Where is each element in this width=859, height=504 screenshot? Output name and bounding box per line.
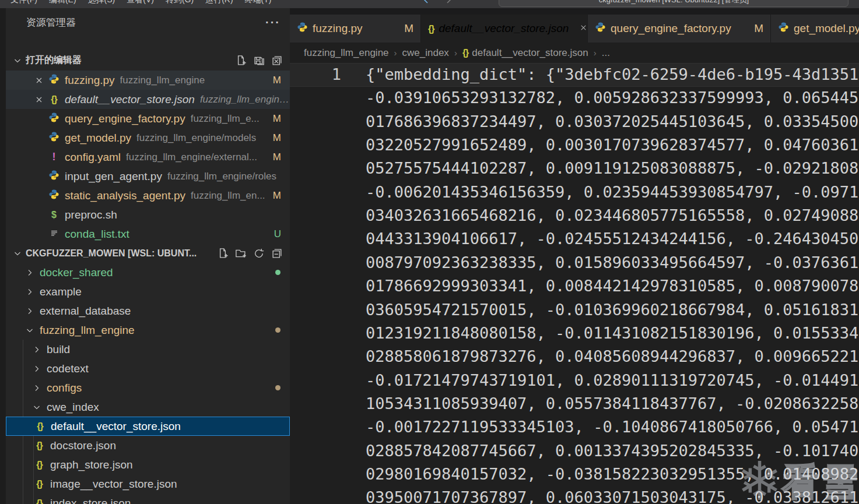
chevron-right-icon [25,306,34,316]
refresh-icon[interactable] [253,248,265,259]
tree-folder-item[interactable]: docker_shared [6,263,290,282]
code-line[interactable]: 01786692999303341, 0.008442142978310585,… [366,274,859,298]
tree-folder-item[interactable]: cwe_index [6,397,290,417]
menu-item-2[interactable]: 选择(S) [83,0,120,8]
menu-item-1[interactable]: 编辑(E) [44,0,81,8]
project-section-label: CKGFUZZER_MOWEN [WSL: UBUNT... [26,248,197,259]
python-file-icon [297,23,308,35]
tree-item-label: image__vector_store.json [50,478,177,491]
close-tab[interactable] [573,22,588,35]
code-line[interactable]: -0.006201435346156359, 0.023594453930854… [366,181,859,204]
save-all-icon[interactable] [253,55,265,66]
code-line[interactable]: 028858061879873276, 0.04085608944296837,… [366,345,859,368]
editor-group: fuzzing.pyM{}default__vector_store.jsonq… [290,8,859,504]
tab-get-model-py[interactable]: get_model.pyM [771,15,859,43]
window-title: ckgfuzzer_mowen [WSL: Ubuntu22] [管理员] [599,0,749,5]
open-editor-item[interactable]: !config.yamlfuzzing_llm_engine/external.… [6,147,290,167]
tree-folder-item[interactable]: configs [6,378,290,397]
tree-folder-item[interactable]: fuzzing_llm_engine [6,320,290,340]
tree-folder-item[interactable]: example [6,282,290,301]
tree-item-label: docker_shared [40,266,113,279]
menu-item-5[interactable]: 运行(R) [201,0,237,8]
tree-folder-item[interactable]: codetext [6,359,290,378]
file-name: conda_list.txt [65,228,129,241]
close-tab-icon[interactable] [579,22,588,34]
new-folder-icon[interactable] [235,248,247,259]
tree-file-item[interactable]: {}docstore.json [6,436,290,455]
chevron-down-icon [25,326,34,335]
tree-file-item[interactable]: {}image__vector_store.json [6,474,290,494]
history-back-icon[interactable] [422,0,431,5]
code-line[interactable]: 03220527991652489, 0.0030170739628374577… [366,133,859,157]
command-center[interactable]: ckgfuzzer_mowen [WSL: Ubuntu22] [管理员] [499,0,849,7]
code-line[interactable]: -0.01721479743719101, 0.0289011131972074… [366,369,859,392]
open-editor-item[interactable]: $preproc.sh [6,205,290,224]
file-path: fuzzing_llm_e... [191,113,260,125]
more-actions-icon[interactable]: ··· [265,16,281,29]
open-editor-item[interactable]: fuzzing.pyfuzzing_llm_engineM [6,71,290,90]
chevron-right-icon [32,383,41,393]
tab-label: fuzzing.py [313,22,363,35]
open-editor-item[interactable]: input_gen_agent.pyfuzzing_llm_engine/rol… [6,167,290,186]
tree-folder-item[interactable]: external_database [6,301,290,320]
menu-item-3[interactable]: 查看(V) [122,0,159,8]
menu-item-6[interactable]: 终端(T) [240,0,276,8]
python-file-icon [48,131,59,145]
breadcrumb-item[interactable]: {}default__vector_store.json [462,47,588,59]
tab-default-vector-store-json[interactable]: {}default__vector_store.json [421,15,588,43]
menu-item-0[interactable]: 文件(F) [6,0,42,8]
collapse-all-icon[interactable] [271,248,283,259]
editor-content[interactable]: 1{"embedding_dict": {"3debfc02-6259-4de6… [290,63,859,504]
text-file-icon [50,228,59,241]
close-all-icon[interactable] [271,55,283,66]
code-line[interactable]: 008797092363238335, 0.015896033495664597… [366,251,859,274]
code-line[interactable]: 012319211848080158, -0.01143108215183019… [366,322,859,345]
tree-file-item[interactable]: {}default__vector_store.json [6,417,290,436]
project-toolbar [217,248,283,259]
tree-item-label: codetext [47,362,89,375]
code-line[interactable]: 017686396837234497, 0.030372025445103645… [366,110,859,133]
git-status-badge: U [274,228,290,240]
code-line[interactable]: 034032631665468216, 0.023446805775165558… [366,204,859,227]
tree-file-item[interactable]: {}index_store.json [6,494,290,504]
vscode-window: 文件(F)编辑(E)选择(S)查看(V)转到(G)运行(R)终端(T) ckgf… [0,0,859,504]
python-file-icon [48,73,59,87]
tab-query-engine-factory-py[interactable]: query_engine_factory.pyM [588,15,771,43]
code-line[interactable]: 0443313904106617, -0.02455512434244156, … [366,227,859,251]
code-line[interactable]: 028857842087745667, 0.001337439520284533… [366,439,859,463]
tree-item-label: cwe_index [47,401,99,414]
breadcrumb-item[interactable]: cwe_index [402,47,449,59]
json-file-icon: {} [36,479,42,489]
code-line[interactable]: 10534311085939407, 0.0557384118437767, -… [366,392,858,415]
new-file-icon[interactable] [235,55,247,66]
breadcrumb-item[interactable]: fuzzing_llm_engine [304,47,389,59]
tree-folder-item[interactable]: build [6,340,290,359]
open-editors-header[interactable]: 打开的编辑器 [6,51,290,70]
code-line[interactable]: 03950071707367897, 0.06033071503043175, … [366,486,859,504]
open-editor-item[interactable]: conda_list.txtU [6,224,290,244]
code-line[interactable]: {"embedding_dict": {"3debfc02-6259-4de6-… [366,63,859,86]
tab-fuzzing-py[interactable]: fuzzing.pyM [290,15,421,43]
project-section-header[interactable]: CKGFUZZER_MOWEN [WSL: UBUNT... [6,244,290,263]
code-line[interactable]: 02980169840157032, -0.038158223032951355… [366,463,859,486]
close-editor-icon[interactable] [34,95,44,104]
activity-bar-edge [0,8,6,504]
menu-item-4[interactable]: 转到(G) [161,0,198,8]
open-editor-item[interactable]: static_analysis_agent.pyfuzzing_llm_en..… [6,186,290,205]
breadcrumb-item[interactable]: ... [602,47,610,59]
tree-item-label: build [47,343,70,356]
code-line[interactable]: -0.03910653293132782, 0.0059286323375999… [366,86,859,110]
open-editor-item[interactable]: query_engine_factory.pyfuzzing_llm_e...M [6,109,290,128]
title-bar: 文件(F)编辑(E)选择(S)查看(V)转到(G)运行(R)终端(T) ckgf… [0,0,859,8]
code-line[interactable]: -0.0017227119533345103, -0.1040867418050… [366,415,859,439]
open-editor-item[interactable]: {}default__vector_store.jsonfuzzing_llm_… [6,90,290,109]
code-line[interactable]: 03605954721570015, -0.010369960218667984… [366,298,859,322]
close-editor-icon[interactable] [34,76,44,85]
history-forward-icon[interactable] [444,0,453,5]
new-file-icon[interactable] [217,248,229,259]
code-line[interactable]: 05275575444102287, 0.009119125083088875,… [366,157,859,180]
menu-bar: 文件(F)编辑(E)选择(S)查看(V)转到(G)运行(R)终端(T) [0,0,276,8]
git-change-dot [275,385,281,390]
tree-file-item[interactable]: {}graph_store.json [6,455,290,474]
open-editor-item[interactable]: get_model.pyfuzzing_llm_engine/modelsM [6,128,290,147]
